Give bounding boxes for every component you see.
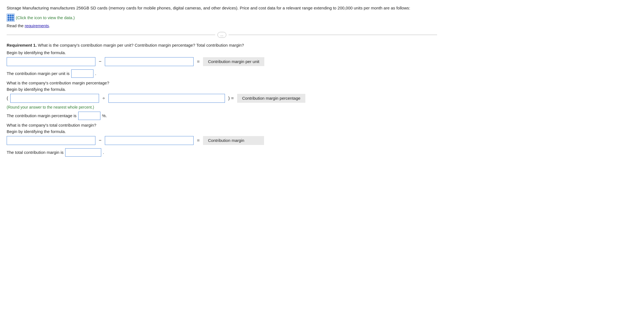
- req1-bold: Requirement 1.: [7, 43, 37, 47]
- read-req-prefix: Read the: [7, 23, 25, 28]
- cm-percent-suffix: %.: [102, 113, 107, 118]
- divider: ...: [7, 32, 437, 38]
- cm-percent-row: The contribution margin percentage is %.: [7, 112, 437, 120]
- begin-formula-label-3: Begin by identifying the formula.: [7, 129, 437, 134]
- formula-row-2: ( ÷ ) = Contribution margin percentage: [7, 94, 437, 103]
- formula2-input2[interactable]: [108, 94, 225, 103]
- divider-right-line: [229, 35, 437, 35]
- formula3-op: −: [98, 138, 103, 143]
- read-req-suffix: .: [49, 23, 50, 28]
- intro-paragraph: Storage Manufacturing manufactures 256GB…: [7, 5, 437, 11]
- formula-row-3: − = Contribution margin: [7, 136, 437, 145]
- total-cm-label: The total contribution margin is: [7, 150, 64, 155]
- total-cm-row: The total contribution margin is .: [7, 148, 437, 157]
- begin-formula-label-2: Begin by identifying the formula.: [7, 87, 437, 92]
- formula2-open-paren: (: [7, 96, 8, 101]
- formula1-input1[interactable]: [7, 57, 95, 66]
- formula3-result-label: Contribution margin: [203, 136, 264, 145]
- begin-formula-label-1: Begin by identifying the formula.: [7, 50, 437, 55]
- cm-per-unit-label: The contribution margin per unit is: [7, 71, 70, 76]
- total-cm-input[interactable]: [65, 148, 101, 157]
- cm-percent-input[interactable]: [78, 112, 100, 120]
- formula1-op: −: [98, 59, 103, 64]
- cm-per-unit-input[interactable]: [71, 69, 93, 78]
- req1-rest: What is the company's contribution margi…: [37, 43, 244, 47]
- read-requirements-row: Read the requirements.: [7, 23, 437, 28]
- icon-link-row: (Click the icon to view the data.): [7, 14, 437, 22]
- cm-per-unit-row: The contribution margin per unit is .: [7, 69, 437, 78]
- requirements-link[interactable]: requirements: [25, 23, 49, 28]
- data-icon[interactable]: [7, 14, 15, 22]
- formula1-input2[interactable]: [105, 57, 194, 66]
- formula1-result-label: Contribution margin per unit: [203, 57, 264, 66]
- click-icon-text: (Click the icon to view the data.): [16, 15, 75, 20]
- formula3-input2[interactable]: [105, 136, 194, 145]
- divider-dots: ...: [217, 32, 227, 38]
- intro-text: Storage Manufacturing manufactures 256GB…: [7, 6, 410, 10]
- formula3-input1[interactable]: [7, 136, 95, 145]
- cm-per-unit-suffix: .: [95, 71, 96, 76]
- formula1-equals: =: [196, 59, 201, 64]
- formula-row-1: − = Contribution margin per unit: [7, 57, 437, 66]
- formula3-equals: =: [196, 138, 201, 143]
- round-note: (Round your answer to the nearest whole …: [7, 105, 437, 109]
- total-cm-suffix: .: [103, 150, 104, 155]
- formula2-op: ÷: [101, 96, 106, 101]
- question2-text: What is the company's contribution margi…: [7, 81, 437, 85]
- formula2-input1[interactable]: [10, 94, 99, 103]
- formula2-close-paren: ) =: [227, 96, 235, 101]
- requirement1-title: Requirement 1. What is the company's con…: [7, 43, 437, 47]
- divider-left-line: [7, 35, 215, 35]
- formula2-result-label: Contribution margin percentage: [237, 94, 305, 103]
- question3-text: What is the company's total contribution…: [7, 123, 437, 127]
- cm-percent-label: The contribution margin percentage is: [7, 113, 77, 118]
